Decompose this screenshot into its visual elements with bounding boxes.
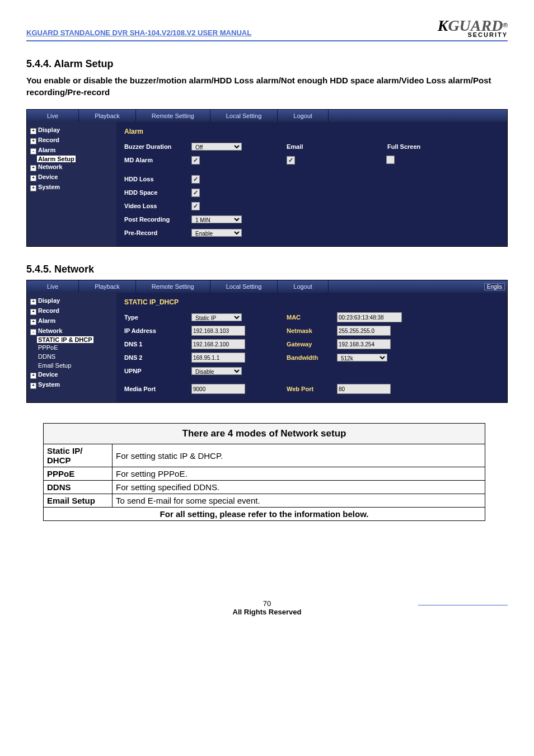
tab-playback[interactable]: Playback bbox=[79, 110, 136, 122]
expand-icon[interactable]: + bbox=[30, 185, 36, 191]
type-select[interactable]: Static IP bbox=[191, 313, 242, 321]
expand-icon[interactable]: + bbox=[30, 383, 36, 389]
mode-desc: For setting specified DDNS. bbox=[113, 481, 485, 494]
mode-name: Static IP/ DHCP bbox=[44, 444, 113, 467]
bandwidth-select[interactable]: 512k bbox=[337, 354, 387, 361]
dns1-input[interactable] bbox=[191, 339, 245, 349]
sidebar-item-system[interactable]: +System bbox=[27, 380, 116, 390]
upnp-select[interactable]: Disable bbox=[191, 367, 242, 375]
sidebar-item-record[interactable]: +Record bbox=[27, 135, 116, 145]
pre-record-select[interactable]: Enable bbox=[191, 229, 242, 237]
collapse-icon[interactable]: - bbox=[30, 329, 36, 335]
buzzer-select[interactable]: Off bbox=[191, 143, 242, 151]
expand-icon[interactable]: + bbox=[30, 128, 36, 134]
network-modes-table: There are 4 modes of Network setup Stati… bbox=[43, 423, 485, 521]
media-port-input[interactable] bbox=[191, 384, 245, 394]
tab-live[interactable]: Live bbox=[27, 110, 79, 122]
sidebar-item-alarm-setup[interactable]: Alarm Setup bbox=[27, 156, 116, 162]
hdd-space-checkbox[interactable]: ✓ bbox=[191, 189, 200, 197]
gateway-label: Gateway bbox=[287, 341, 337, 348]
expand-icon[interactable]: + bbox=[30, 175, 36, 181]
tabbar: Live Playback Remote Setting Local Setti… bbox=[27, 280, 507, 293]
sidebar-item-alarm[interactable]: +Alarm bbox=[27, 316, 116, 326]
alarm-description: You enable or disable the buzzer/motion … bbox=[26, 74, 508, 98]
expand-icon[interactable]: + bbox=[30, 165, 36, 171]
tab-playback[interactable]: Playback bbox=[79, 280, 136, 293]
mode-desc: For setting PPPoE. bbox=[113, 467, 485, 481]
sidebar-item-device[interactable]: +Device bbox=[27, 370, 116, 380]
tab-live[interactable]: Live bbox=[27, 280, 79, 293]
expand-icon[interactable]: + bbox=[30, 138, 36, 144]
sidebar-item-ddns[interactable]: DDNS bbox=[27, 352, 116, 361]
sidebar-item-system[interactable]: +System bbox=[27, 182, 116, 192]
tab-local-setting[interactable]: Local Setting bbox=[210, 280, 278, 293]
collapse-icon[interactable]: - bbox=[30, 148, 36, 154]
post-recording-label: Post Recording bbox=[124, 216, 191, 223]
sidebar: +Display +Record -Alarm Alarm Setup +Net… bbox=[27, 122, 116, 246]
md-alarm-checkbox[interactable]: ✓ bbox=[191, 156, 200, 165]
page-header: KGUARD STANDALONE DVR SHA-104.V2/108.V2 … bbox=[26, 17, 508, 41]
upnp-label: UPNP bbox=[124, 368, 191, 374]
dns2-input[interactable] bbox=[191, 353, 245, 363]
sidebar-item-alarm[interactable]: -Alarm bbox=[27, 145, 116, 156]
language-select[interactable]: Englis bbox=[484, 283, 505, 290]
table-row: Email SetupTo send E-mail for some speci… bbox=[44, 494, 485, 508]
table-row: Static IP/ DHCPFor setting static IP & D… bbox=[44, 444, 485, 467]
tab-local-setting[interactable]: Local Setting bbox=[210, 110, 278, 122]
sidebar-item-pppoe[interactable]: PPPoE bbox=[27, 343, 116, 352]
pre-record-label: Pre-Record bbox=[124, 229, 191, 236]
post-recording-select[interactable]: 1 MIN bbox=[191, 215, 242, 223]
rights-reserved: All Rights Reserved bbox=[233, 608, 302, 616]
dns2-label: DNS 2 bbox=[124, 354, 191, 361]
fullscreen-checkbox[interactable] bbox=[386, 156, 395, 164]
web-port-input[interactable] bbox=[337, 384, 391, 394]
tab-logout[interactable]: Logout bbox=[278, 280, 329, 293]
sidebar: +Display +Record +Alarm -Network STATIC … bbox=[27, 293, 116, 402]
hdd-space-label: HDD Space bbox=[124, 189, 191, 196]
sidebar-item-display[interactable]: +Display bbox=[27, 296, 116, 306]
ip-label: IP Address bbox=[124, 327, 191, 334]
sidebar-item-network[interactable]: -Network bbox=[27, 326, 116, 336]
sidebar-item-network[interactable]: +Network bbox=[27, 162, 116, 172]
sidebar-item-record[interactable]: +Record bbox=[27, 306, 116, 316]
md-alarm-label: MD Alarm bbox=[124, 157, 191, 163]
expand-icon[interactable]: + bbox=[30, 299, 36, 305]
expand-icon[interactable]: + bbox=[30, 373, 36, 379]
mode-desc: For setting static IP & DHCP. bbox=[113, 444, 485, 467]
web-port-label: Web Port bbox=[287, 386, 337, 392]
mode-name: Email Setup bbox=[44, 494, 113, 508]
tab-remote-setting[interactable]: Remote Setting bbox=[136, 110, 210, 122]
mode-desc: To send E-mail for some special event. bbox=[113, 494, 485, 508]
sidebar-item-static-ip[interactable]: STATIC IP & DHCP bbox=[27, 336, 116, 343]
mac-input[interactable] bbox=[337, 312, 402, 322]
bandwidth-label: Bandwidth bbox=[287, 354, 337, 361]
hdd-loss-label: HDD Loss bbox=[124, 176, 191, 182]
ip-input[interactable] bbox=[191, 326, 245, 336]
sidebar-item-device[interactable]: +Device bbox=[27, 172, 116, 182]
tab-logout[interactable]: Logout bbox=[278, 110, 329, 122]
footer-rule bbox=[418, 605, 508, 605]
network-app-window: Live Playback Remote Setting Local Setti… bbox=[26, 280, 508, 403]
table-row: PPPoEFor setting PPPoE. bbox=[44, 467, 485, 481]
hdd-loss-checkbox[interactable]: ✓ bbox=[191, 175, 200, 184]
table-row: DDNSFor setting specified DDNS. bbox=[44, 481, 485, 494]
table-footer: For all setting, please refer to the inf… bbox=[44, 508, 485, 521]
video-loss-checkbox[interactable]: ✓ bbox=[191, 202, 200, 210]
mode-name: DDNS bbox=[44, 481, 113, 494]
buzzer-label: Buzzer Duration bbox=[124, 143, 191, 150]
mode-name: PPPoE bbox=[44, 467, 113, 481]
email-checkbox[interactable]: ✓ bbox=[287, 156, 295, 165]
fullscreen-label: Full Screen bbox=[387, 143, 420, 150]
tab-remote-setting[interactable]: Remote Setting bbox=[136, 280, 210, 293]
expand-icon[interactable]: + bbox=[30, 319, 36, 325]
netmask-input[interactable] bbox=[337, 326, 391, 336]
video-loss-label: Video Loss bbox=[124, 203, 191, 209]
sidebar-item-display[interactable]: +Display bbox=[27, 125, 116, 135]
panel-title: STATIC IP_DHCP bbox=[124, 298, 499, 306]
type-label: Type bbox=[124, 314, 191, 321]
page-number: 70 bbox=[26, 599, 508, 608]
gateway-input[interactable] bbox=[337, 339, 391, 349]
sidebar-item-email-setup[interactable]: Email Setup bbox=[27, 361, 116, 370]
mac-label: MAC bbox=[287, 314, 337, 321]
expand-icon[interactable]: + bbox=[30, 309, 36, 315]
